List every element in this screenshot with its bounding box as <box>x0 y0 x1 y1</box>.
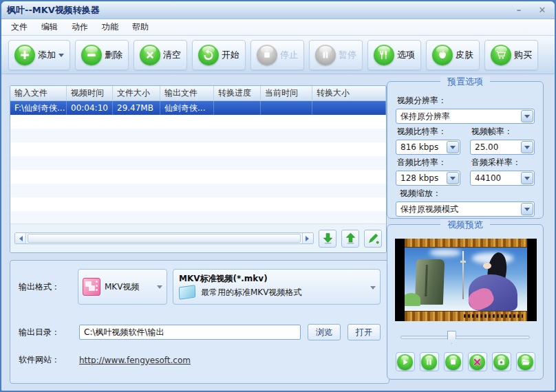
menu-action[interactable]: 动作 <box>65 19 95 35</box>
delete-button[interactable]: 删除 <box>75 40 129 70</box>
column-input-file[interactable]: 输入文件 <box>10 86 67 100</box>
pause-icon <box>421 354 437 370</box>
audio-bitrate-label: 音频比特率： <box>397 157 460 168</box>
options-button[interactable]: 选项 <box>367 40 421 70</box>
video-bitrate-select[interactable]: 816 kbps <box>396 140 460 155</box>
app-window: 枫叶--MKV视频转换器 – ✕ 文件 编辑 动作 功能 帮助 添加 删除 清空… <box>0 0 556 392</box>
browse-button[interactable]: 浏览 <box>308 324 341 340</box>
column-current-time[interactable]: 当前时间 <box>261 86 312 100</box>
stop-icon <box>257 45 277 65</box>
preview-stop-button[interactable] <box>444 352 463 371</box>
dropdown-button[interactable] <box>521 203 533 215</box>
format-profile-select[interactable]: MKV标准视频(*.mkv) 最常用的标准MKV视频格式 <box>173 269 381 305</box>
audio-samplerate-value: 44100 <box>471 173 521 183</box>
sword <box>462 251 464 299</box>
website-link[interactable]: http://www.fengyesoft.com <box>79 356 191 365</box>
table-row-selected[interactable]: F:\仙剑奇侠... 00:04:10 29.47MB 仙剑奇侠... <box>10 101 386 115</box>
video-resolution-select[interactable]: 保持原分辨率 <box>396 109 535 124</box>
chevron-down-icon <box>370 286 376 292</box>
skin-button[interactable]: 皮肤 <box>426 40 480 70</box>
snapshot-button[interactable] <box>492 352 511 371</box>
snapshot-icon <box>493 354 509 370</box>
column-video-time[interactable]: 视频时间 <box>67 86 113 100</box>
table-row <box>10 170 386 184</box>
title-bar: 枫叶--MKV视频转换器 – ✕ <box>1 1 555 19</box>
remove-task-button[interactable] <box>468 352 487 371</box>
menu-help[interactable]: 帮助 <box>125 19 156 35</box>
buy-button[interactable]: 购买 <box>484 40 538 70</box>
cell-video-time: 00:04:10 <box>67 101 113 115</box>
dropdown-button[interactable] <box>521 172 533 184</box>
play-icon <box>397 354 413 370</box>
output-format-label: 输出格式： <box>19 281 72 293</box>
options-icon <box>374 45 394 65</box>
scroll-left-button[interactable] <box>15 233 26 243</box>
start-button[interactable]: 开始 <box>192 40 246 70</box>
audio-samplerate-select[interactable]: 44100 <box>470 171 535 186</box>
video-resolution-value: 保持原分辨率 <box>396 111 521 122</box>
play-button[interactable] <box>396 352 415 371</box>
triangle-right-icon <box>306 236 312 241</box>
preview-group: 视频预览 <box>387 224 544 380</box>
scrollbar-thumb[interactable] <box>28 234 301 243</box>
move-up-button[interactable] <box>341 230 359 248</box>
edit-button[interactable] <box>364 230 382 248</box>
dropdown-button[interactable] <box>447 172 459 184</box>
profile-title: MKV标准视频(*.mkv) <box>179 273 369 285</box>
cloud-shape <box>429 249 461 257</box>
video-framerate-select[interactable]: 25.00 <box>470 140 535 155</box>
seek-track[interactable] <box>400 336 530 339</box>
column-progress[interactable]: 转换进度 <box>214 86 261 100</box>
close-button[interactable]: ✕ <box>535 3 549 16</box>
format-category-value: MKV视频 <box>105 281 153 293</box>
window-title: 枫叶--MKV视频转换器 <box>7 4 100 17</box>
open-folder-button[interactable] <box>516 352 535 371</box>
format-category-select[interactable]: MKV视频 <box>78 269 167 305</box>
column-output-file[interactable]: 输出文件 <box>160 86 214 100</box>
cell-current-time <box>261 101 312 115</box>
menu-file[interactable]: 文件 <box>4 19 34 35</box>
cell-output-file: 仙剑奇侠... <box>160 101 214 115</box>
remove-icon <box>81 45 102 65</box>
seek-bar[interactable] <box>400 331 530 344</box>
audio-bitrate-select[interactable]: 128 kbps <box>396 171 460 186</box>
clear-button[interactable]: 清空 <box>133 40 187 70</box>
video-scale-value: 保持原视频模式 <box>396 204 521 215</box>
scroll-right-button[interactable] <box>302 233 313 243</box>
subtitle-text <box>464 314 523 318</box>
preview-pause-button[interactable] <box>420 352 439 371</box>
clear-label: 清空 <box>163 49 181 61</box>
start-icon <box>198 45 219 65</box>
table-footer-strip <box>10 224 386 252</box>
column-converted-size[interactable]: 转换大小 <box>312 86 386 100</box>
clear-icon <box>140 45 160 65</box>
minimize-button[interactable]: – <box>512 3 526 16</box>
chevron-down-icon <box>450 177 456 183</box>
skin-label: 皮肤 <box>456 49 473 61</box>
skin-icon <box>432 45 453 65</box>
move-down-button[interactable] <box>319 230 336 248</box>
ornate-border-top <box>405 239 527 248</box>
video-framerate-value: 25.00 <box>471 142 521 152</box>
dropdown-button[interactable] <box>521 141 533 153</box>
column-file-size[interactable]: 文件大小 <box>113 86 160 100</box>
open-button[interactable]: 打开 <box>348 324 381 340</box>
menu-function[interactable]: 功能 <box>95 19 125 35</box>
chevron-down-icon <box>58 54 64 60</box>
menu-bar: 文件 编辑 动作 功能 帮助 <box>1 19 555 36</box>
stop-icon <box>445 354 461 370</box>
table-row <box>10 211 386 225</box>
video-scale-select[interactable]: 保持原视频模式 <box>396 202 535 217</box>
dropdown-button[interactable] <box>521 110 533 122</box>
options-label: 选项 <box>397 49 415 61</box>
horizontal-scrollbar[interactable] <box>14 232 314 244</box>
table-row <box>10 129 386 142</box>
add-button[interactable]: 添加 <box>8 40 70 70</box>
add-icon <box>14 45 35 65</box>
output-dir-input[interactable] <box>79 325 301 340</box>
seek-thumb[interactable] <box>447 331 456 344</box>
menu-edit[interactable]: 编辑 <box>34 19 65 35</box>
video-scene <box>405 248 527 311</box>
dropdown-button[interactable] <box>447 141 459 153</box>
video-scale-label: 视频缩放： <box>400 188 535 199</box>
